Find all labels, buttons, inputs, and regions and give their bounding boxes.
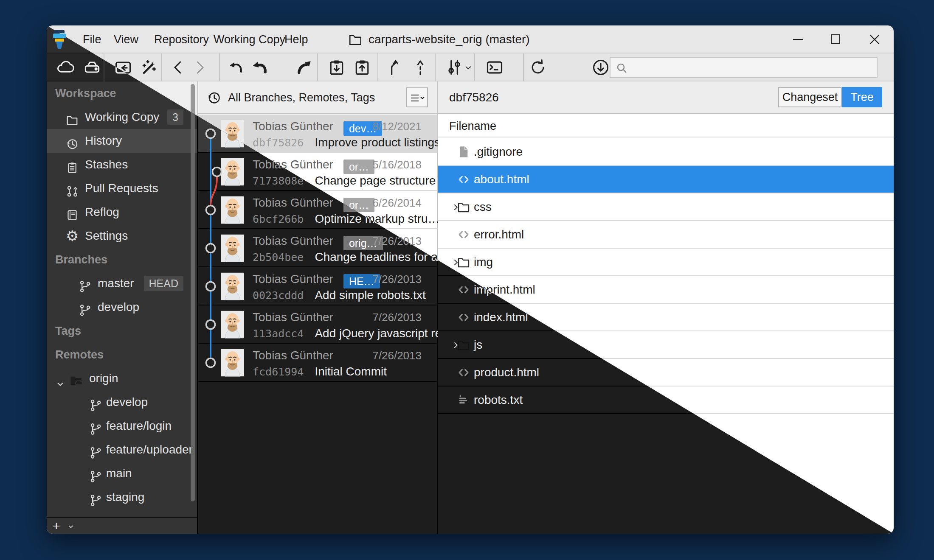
app-window: File View Repository Working Copy Help c… — [47, 25, 894, 534]
filter-menu-button[interactable] — [406, 87, 428, 107]
menu-view[interactable]: View — [111, 25, 141, 53]
menu-working-copy[interactable]: Working Copy — [211, 25, 288, 53]
refresh-icon[interactable] — [529, 58, 547, 77]
code-file-icon — [457, 311, 470, 324]
branch-filter-label: All Branches, Remotes, Tags — [228, 81, 375, 114]
commit-date: 6/26/2014 — [372, 195, 422, 211]
stash-pop-icon[interactable] — [353, 58, 371, 77]
commit-message: Add simple robots.txt — [315, 288, 425, 302]
commit-message: Initial Commit — [315, 365, 387, 378]
avatar — [221, 311, 244, 339]
sidebar-item-branch-master[interactable]: master HEAD — [47, 272, 197, 295]
file-row[interactable]: .gitignore — [438, 138, 894, 166]
merge-icon[interactable] — [385, 58, 404, 77]
commit-message: Change page structure — [315, 174, 436, 187]
commit-author: Tobias Günther — [253, 234, 333, 247]
commit-date: 7/26/2013 — [372, 271, 422, 287]
sidebar-item-working-copy[interactable]: Working Copy 3 — [47, 105, 197, 129]
commit-hash: 6bcf266b — [253, 213, 304, 225]
branch-icon — [89, 420, 102, 432]
view-toggle: ChangesetTree — [778, 87, 882, 107]
file-row[interactable]: imprint.html — [438, 276, 894, 304]
toolbar — [47, 53, 894, 81]
minimize-button[interactable] — [785, 25, 812, 53]
redo-icon[interactable] — [250, 58, 269, 77]
gear-icon: ⚙ — [66, 230, 79, 242]
head-badge: HEAD — [144, 276, 183, 291]
chevron-down-icon[interactable] — [67, 523, 75, 530]
branch-icon — [89, 467, 102, 480]
folder-row[interactable]: img — [438, 249, 894, 276]
commit-date: 5/16/2018 — [372, 157, 422, 173]
folder-row[interactable]: css — [438, 193, 894, 221]
sidebar-item-remote-feature-login[interactable]: feature/login — [47, 414, 197, 438]
commit-row[interactable]: Tobias Günther7/26/2013 fcd61994Initial … — [198, 344, 437, 382]
back-icon[interactable] — [169, 58, 188, 77]
search-input[interactable] — [633, 59, 870, 76]
avatar — [221, 196, 244, 224]
push-icon[interactable] — [295, 58, 313, 77]
sidebar-item-remote-feature-uploader[interactable]: feature/uploader — [47, 438, 197, 462]
undo-icon[interactable] — [227, 58, 245, 77]
code-file-icon — [457, 228, 470, 241]
commit-message: Improve product listings — [315, 136, 440, 149]
sidebar-item-remote-staging[interactable]: staging — [47, 485, 197, 509]
sidebar-item-history[interactable]: History — [47, 129, 197, 153]
menu-help[interactable]: Help — [282, 25, 311, 53]
commit-author: Tobias Günther — [253, 349, 333, 362]
code-file-icon — [457, 366, 470, 379]
file-row-selected[interactable]: about.html — [438, 166, 894, 193]
sidebar-item-branch-develop[interactable]: develop — [47, 295, 197, 319]
history-icon — [207, 90, 221, 105]
sidebar-scrollbar[interactable] — [191, 84, 195, 501]
terminal-icon[interactable] — [485, 58, 504, 77]
rebase-icon[interactable] — [411, 58, 430, 77]
sidebar-item-stashes[interactable]: Stashes — [47, 153, 197, 176]
compare-branches-icon[interactable] — [445, 58, 464, 77]
sidebar-item-reflog[interactable]: Reflog — [47, 200, 197, 224]
quick-actions-icon[interactable] — [139, 58, 158, 77]
hard-drive-icon[interactable] — [83, 58, 101, 77]
avatar — [221, 272, 244, 300]
changeset-button[interactable]: Changeset — [778, 87, 842, 107]
cloud-icon[interactable] — [56, 58, 74, 77]
chevron-down-icon[interactable] — [55, 373, 65, 384]
filename-column-header[interactable]: Filename — [438, 115, 894, 137]
sidebar-header-branches: Branches — [47, 248, 197, 272]
list-file-icon — [457, 393, 470, 407]
sidebar-item-settings[interactable]: ⚙ Settings — [47, 224, 197, 248]
remote-folder-icon — [69, 372, 83, 385]
sidebar-bottom-bar: + — [47, 517, 197, 534]
sidebar-item-remote-develop[interactable]: develop — [47, 390, 197, 414]
tree-button[interactable]: Tree — [842, 87, 882, 107]
commit-id-label: dbf75826 — [449, 81, 499, 114]
commit-row[interactable]: Tobias GüntherHE…7/26/2013 0023cdddAdd s… — [198, 267, 437, 305]
file-row[interactable]: error.html — [438, 221, 894, 249]
branch-icon — [79, 277, 91, 290]
fetch-icon[interactable] — [591, 58, 610, 77]
commit-row[interactable]: Tobias Günther7/26/2013 113adcc4Add jQue… — [198, 305, 437, 344]
maximize-button[interactable] — [822, 25, 849, 53]
forward-icon[interactable] — [190, 58, 209, 77]
close-button[interactable] — [861, 25, 888, 53]
book-icon — [66, 206, 79, 218]
pull-request-icon — [66, 182, 79, 195]
branch-icon — [89, 491, 102, 504]
branch-icon — [79, 301, 91, 314]
sidebar-item-pull-requests[interactable]: Pull Requests — [47, 176, 197, 200]
commit-author: Tobias Günther — [253, 196, 333, 209]
menu-repository[interactable]: Repository — [152, 25, 211, 53]
stash-icon[interactable] — [327, 58, 346, 77]
commit-author: Tobias Günther — [253, 272, 333, 286]
avatar — [221, 158, 244, 186]
sidebar-item-remote-origin[interactable]: origin — [47, 367, 197, 390]
add-repository-button[interactable]: + — [53, 519, 60, 533]
code-file-icon — [457, 173, 470, 186]
search-box — [610, 57, 878, 78]
folder-icon — [457, 255, 470, 269]
avatar — [221, 349, 244, 377]
stash-icon — [66, 158, 79, 171]
sidebar-item-remote-main[interactable]: main — [47, 462, 197, 485]
search-icon — [616, 62, 628, 75]
compare-chevron-icon[interactable] — [463, 58, 474, 77]
